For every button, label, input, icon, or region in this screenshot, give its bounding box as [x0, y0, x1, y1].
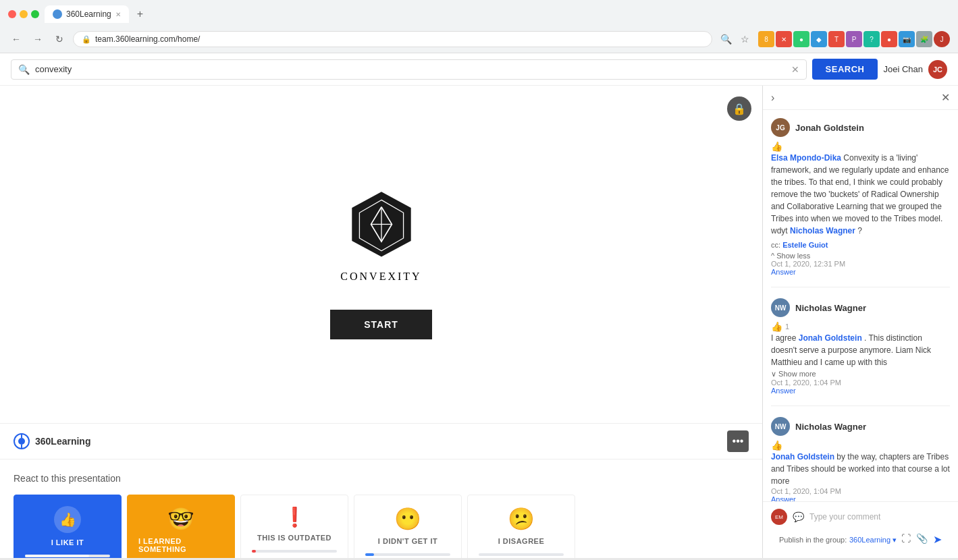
comment-answer-3[interactable]: Answer	[771, 495, 950, 501]
commenter-name-2: Nicholas Wagner	[795, 303, 866, 313]
ssl-lock-icon: 🔒	[82, 35, 91, 44]
reaction-card-learned[interactable]: 🤓 I LEARNED SOMETHING E J N 5	[127, 495, 235, 558]
attachment-icon[interactable]: 📎	[916, 533, 928, 546]
ext-btn-2[interactable]: ✕	[776, 31, 792, 47]
new-tab-button[interactable]: +	[132, 5, 149, 23]
panel-body: JG Jonah Goldstein 👍 Elsa Mpondo-Dika Co…	[763, 110, 958, 501]
ext-btn-puzzle[interactable]: 🧩	[916, 31, 932, 47]
ext-btn-5[interactable]: T	[828, 31, 845, 47]
course-area: 🔒 CONVEXITY START	[0, 86, 762, 558]
fullscreen-icon[interactable]: ⛶	[901, 533, 911, 546]
maximize-window-btn[interactable]	[31, 10, 39, 18]
comment-mention-1a: Elsa Mpondo-Dika	[771, 153, 841, 163]
lock-icon: 🔒	[727, 96, 751, 121]
browser-nav-bar: ← → ↻ 🔒 team.360learning.com/home/ 🔍 ☆ 8…	[0, 28, 958, 53]
user-area: Joei Chan JC	[883, 60, 947, 79]
comment-date-2: Oct 1, 2020, 1:04 PM	[771, 379, 950, 387]
search-input-wrap[interactable]: 🔍 convexity ✕	[11, 59, 807, 80]
outdated-bar-wrap	[252, 550, 337, 553]
comment-header-3: NW Nicholas Wagner	[771, 417, 950, 436]
disagree-emoji-icon: 😕	[508, 506, 535, 532]
send-comment-button[interactable]: ➤	[933, 533, 942, 546]
minimize-window-btn[interactable]	[20, 10, 28, 18]
more-options-button[interactable]: •••	[727, 430, 749, 452]
panel-close-icon[interactable]: ✕	[941, 91, 950, 104]
group-name-link[interactable]: 360Learning ▾	[849, 536, 897, 544]
course-footer: 360Learning •••	[0, 423, 762, 459]
like-thumb-icon: 👍	[54, 506, 81, 533]
forward-button[interactable]: →	[30, 31, 46, 47]
comment-answer-2[interactable]: Answer	[771, 387, 950, 395]
dontget-emoji-icon: 😶	[394, 506, 421, 532]
user-avatar[interactable]: JC	[928, 60, 947, 79]
comment-input-area: EM 💬 Publish in the group: 360Learning ▾…	[763, 501, 958, 558]
reaction-card-like[interactable]: 👍 I LIKE IT E J N L M 12	[14, 495, 122, 558]
panel-expand-icon[interactable]: ›	[771, 92, 774, 104]
search-icon: 🔍	[18, 64, 30, 75]
comment-like-2: 👍 1	[771, 321, 950, 332]
like-button-1[interactable]: 👍	[771, 141, 782, 152]
close-window-btn[interactable]	[8, 10, 16, 18]
active-tab[interactable]: 360Learning ✕	[45, 5, 129, 23]
panel-footer: Publish in the group: 360Learning ▾ ⛶ 📎 …	[771, 530, 950, 551]
tab-label: 360Learning	[66, 9, 111, 19]
commenter-name-3: Nicholas Wagner	[795, 422, 866, 432]
course-logo-small: 360Learning	[14, 433, 90, 449]
svg-point-5	[18, 438, 25, 445]
course-cover: 🔒 CONVEXITY START	[0, 86, 762, 423]
comment-mention-1b: Nicholas Wagner	[790, 226, 855, 235]
main-layout: 🔒 CONVEXITY START	[0, 86, 958, 558]
learned-emoji-icon: 🤓	[167, 506, 194, 532]
search-page-icon[interactable]: 🔍	[718, 31, 734, 47]
back-button[interactable]: ←	[8, 31, 24, 47]
dontget-label: I DIDN'T GET IT	[378, 537, 437, 545]
like-bar-wrap	[25, 555, 110, 557]
ext-btn-3[interactable]: ●	[793, 31, 809, 47]
reaction-card-disagree[interactable]: 😕 I DISAGREE 0	[467, 495, 575, 558]
show-less-toggle-1[interactable]: ^ Show less	[771, 252, 810, 260]
browser-tabs: 360Learning ✕ +	[45, 5, 950, 23]
reactions-grid: 👍 I LIKE IT E J N L M 12	[14, 495, 749, 558]
ext-btn-9[interactable]: 📷	[899, 31, 915, 47]
ext-btn-6[interactable]: P	[846, 31, 862, 47]
comment-mention-3: Jonah Goldstein	[771, 452, 834, 461]
bookmark-icon[interactable]: ☆	[737, 31, 753, 47]
reactions-title: React to this presentation	[14, 473, 749, 484]
ext-btn-4[interactable]: ◆	[811, 31, 827, 47]
comment-date-3: Oct 1, 2020, 1:04 PM	[771, 487, 950, 495]
comment-block-1: JG Jonah Goldstein 👍 Elsa Mpondo-Dika Co…	[771, 118, 950, 287]
start-button[interactable]: START	[330, 310, 432, 339]
comment-body-2a: I agree	[771, 333, 799, 343]
dontget-bar	[365, 553, 374, 556]
comment-mention-2: Jonah Goldstein	[799, 333, 862, 343]
speech-icon: 💬	[793, 511, 804, 522]
comment-body-1b: ?	[857, 226, 862, 235]
like-button-3[interactable]: 👍	[771, 440, 782, 451]
search-button[interactable]: SEARCH	[812, 59, 878, 80]
show-more-toggle-2[interactable]: ∨ Show more	[771, 370, 816, 378]
comment-meta-1: cc: Estelle Guiot	[771, 241, 950, 249]
reaction-card-dontget[interactable]: 😶 I DIDN'T GET IT J 1	[354, 495, 462, 558]
reaction-card-outdated[interactable]: ❗ THIS IS OUTDATED 0	[240, 495, 348, 558]
outdated-bar	[252, 550, 256, 553]
user-avatar-chrome[interactable]: J	[934, 31, 950, 47]
comment-answer-1[interactable]: Answer	[771, 268, 950, 276]
like-button-2[interactable]: 👍	[771, 321, 782, 332]
address-bar[interactable]: 🔒 team.360learning.com/home/	[73, 31, 712, 47]
input-user-avatar: EM	[771, 509, 787, 525]
comment-text-2: I agree Jonah Goldstein . This distincti…	[771, 332, 950, 368]
comment-text-1: Elsa Mpondo-Dika Convexity is a 'living'…	[771, 152, 950, 237]
comment-text-input[interactable]	[809, 512, 950, 522]
cc-person-1: Estelle Guiot	[782, 241, 828, 249]
ext-btn-1[interactable]: 8	[758, 31, 774, 47]
user-name-label: Joei Chan	[883, 64, 923, 74]
ext-btn-7[interactable]: ?	[863, 31, 880, 47]
reload-button[interactable]: ↻	[51, 31, 68, 47]
url-text: team.360learning.com/home/	[95, 34, 200, 44]
comment-text-3: Jonah Goldstein by the way, chapters are…	[771, 451, 950, 487]
comment-body-1: Convexity is a 'living' framework, and w…	[771, 153, 949, 235]
disagree-bar-wrap	[479, 553, 564, 556]
ext-btn-8[interactable]: ●	[881, 31, 897, 47]
search-clear-icon[interactable]: ✕	[791, 64, 799, 75]
tab-close-icon[interactable]: ✕	[115, 11, 121, 18]
